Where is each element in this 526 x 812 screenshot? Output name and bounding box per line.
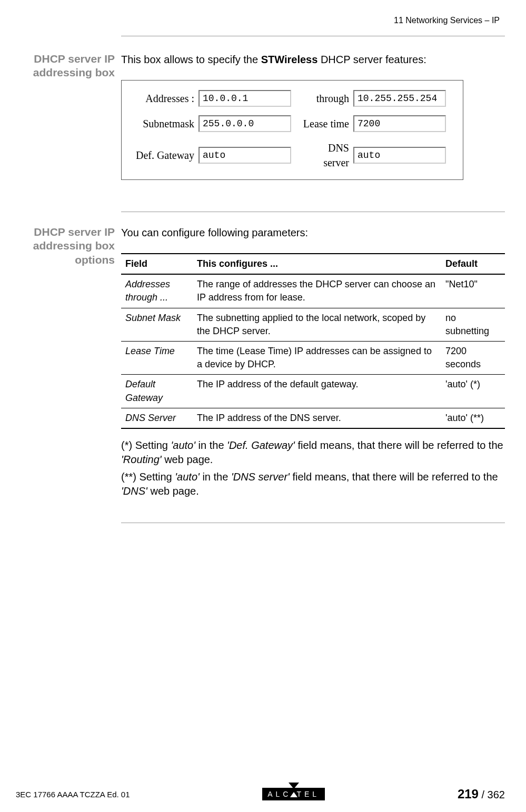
th-desc: This configures ... [193, 254, 441, 274]
section-title-1: DHCP server IP addressing box [16, 52, 121, 191]
logo-post: TEL [296, 790, 320, 798]
footer-doc-code: 3EC 17766 AAAA TCZZA Ed. 01 [16, 790, 130, 799]
section1-intro: This box allows to specify the STWireles… [121, 52, 505, 67]
leasetime-input[interactable]: 7200 [353, 115, 446, 132]
leasetime-label: Lease time [302, 116, 349, 131]
page-current: 219 [458, 787, 479, 801]
side-label-line2: addressing box [33, 66, 115, 78]
page-header: 11 Networking Services – IP [16, 16, 505, 25]
table-row: Subnet Mask The subnetting applied to th… [121, 308, 505, 341]
th-field: Field [121, 254, 193, 274]
intro-prefix: This box allows to specify the [121, 54, 261, 65]
table-row: Default Gateway The IP address of the de… [121, 375, 505, 408]
cell-default: 7200 seconds [441, 341, 505, 374]
through-input[interactable]: 10.255.255.254 [353, 90, 446, 107]
subnetmask-label: Subnetmask [132, 116, 194, 131]
cell-default: "Net10" [441, 274, 505, 308]
through-label: through [302, 91, 349, 106]
addresses-label: Addresses : [132, 91, 194, 106]
cell-desc: The time (Lease Time) IP addresses can b… [193, 341, 441, 374]
triangle-down-icon [289, 783, 299, 789]
addresses-input[interactable]: 10.0.0.1 [199, 90, 291, 107]
side-label-line1: DHCP server IP [34, 53, 115, 65]
alcatel-logo: ALCTEL [262, 788, 325, 800]
options-table: Field This configures ... Default Addres… [121, 253, 505, 429]
page-number: 219 / 362 [458, 787, 505, 801]
cell-desc: The IP address of the DNS server. [193, 408, 441, 428]
dnsserver-label: DNS server [302, 141, 349, 170]
subnetmask-input[interactable]: 255.0.0.0 [199, 115, 291, 132]
cell-desc: The range of addresses the DHCP server c… [193, 274, 441, 308]
cell-field: Subnet Mask [121, 308, 193, 341]
dhcp-form-box: Addresses : 10.0.0.1 through 10.255.255.… [121, 80, 463, 180]
cell-field: Default Gateway [121, 375, 193, 408]
gateway-input[interactable]: auto [199, 147, 291, 164]
table-row: DNS Server The IP address of the DNS ser… [121, 408, 505, 428]
th-default: Default [441, 254, 505, 274]
dnsserver-input[interactable]: auto [353, 147, 446, 164]
cell-field: DNS Server [121, 408, 193, 428]
cell-default: 'auto' (*) [441, 375, 505, 408]
intro-bold: STWireless [261, 54, 318, 65]
intro-suffix: DHCP server features: [317, 54, 426, 65]
cell-desc: The subnetting applied to the local netw… [193, 308, 441, 341]
footnote-1: (*) Setting 'auto' in the 'Def. Gateway'… [121, 438, 505, 467]
table-row: Lease Time The time (Lease Time) IP addr… [121, 341, 505, 374]
divider [121, 36, 505, 36]
cell-field: Addresses through ... [121, 274, 193, 308]
page-footer: 3EC 17766 AAAA TCZZA Ed. 01 ALCTEL 219 /… [16, 787, 505, 801]
page-total: / 362 [479, 789, 505, 800]
side-label2-line1: DHCP server IP [34, 226, 115, 238]
divider [121, 212, 505, 212]
cell-desc: The IP address of the default gateway. [193, 375, 441, 408]
side-label2-line2: addressing box options [33, 239, 115, 265]
cell-default: 'auto' (**) [441, 408, 505, 428]
footnote-2: (**) Setting 'auto' in the 'DNS server' … [121, 470, 505, 498]
table-row: Addresses through ... The range of addre… [121, 274, 505, 308]
cell-default: no subnetting [441, 308, 505, 341]
section-title-2: DHCP server IP addressing box options [8, 225, 121, 502]
section2-intro: You can configure following parameters: [121, 225, 505, 240]
cell-field: Lease Time [121, 341, 193, 374]
logo-pre: ALC [267, 790, 291, 798]
gateway-label: Def. Gateway [132, 148, 194, 163]
divider [121, 523, 505, 523]
